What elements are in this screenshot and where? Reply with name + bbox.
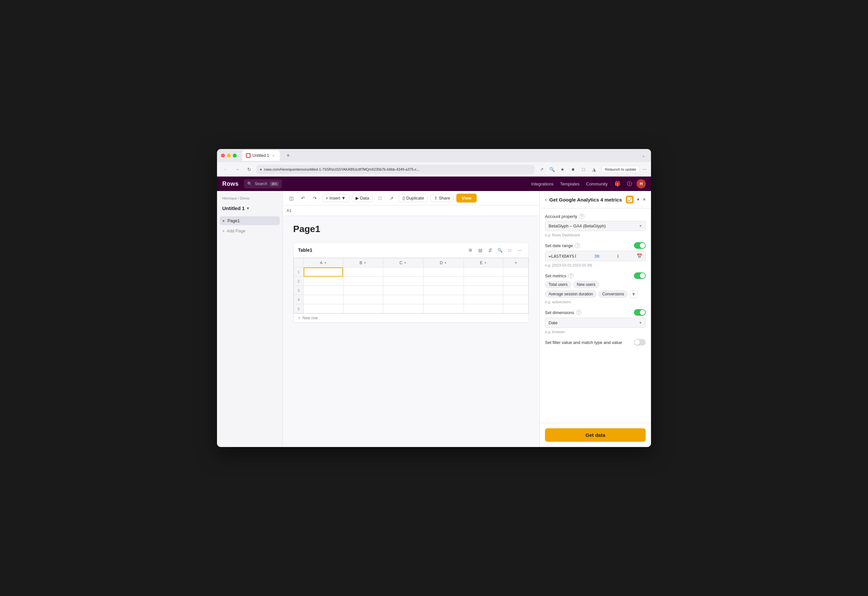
metric-add-button[interactable]: ▼ [630,290,638,298]
cell-b3[interactable] [343,286,383,295]
undo-button[interactable]: ↶ [298,194,308,203]
cell-d5[interactable] [423,304,464,313]
tab-close-button[interactable]: × [271,153,276,158]
user-avatar[interactable]: H [636,179,646,188]
metric-tag-avg-session[interactable]: Average session duration [545,291,596,298]
breadcrumb-user[interactable]: Henrique [222,196,237,200]
table-filter-icon[interactable]: ▤ [476,246,484,254]
comment-icon[interactable]: □ [375,194,384,203]
table-settings-icon[interactable]: ⚙ [466,246,475,254]
browser-tab[interactable]: Untitled 1 × [242,150,280,161]
browser-menu-button[interactable]: ⋯ [642,167,647,172]
gift-icon[interactable]: 🎁 [613,179,622,188]
minimize-traffic-light[interactable] [227,153,231,158]
breadcrumb-workspace[interactable]: Demo [240,196,249,200]
filter-toggle[interactable] [634,339,646,345]
cell-c1[interactable] [383,267,423,277]
cell-c4[interactable] [383,295,423,304]
panel-close-button[interactable]: × [643,196,646,202]
cell-e1[interactable] [464,267,503,277]
cell-e5[interactable] [464,304,503,313]
bookmark-icon[interactable]: ★ [558,165,567,174]
dimensions-help-icon[interactable]: ? [576,310,582,315]
sidebar-item-page1[interactable]: ► Page1 [220,216,280,225]
help-icon[interactable]: ⓘ [625,179,634,188]
cell-f1[interactable] [503,267,528,277]
zoom-icon[interactable]: 🔍 [548,165,557,174]
date-range-toggle[interactable] [634,242,646,249]
relaunch-button[interactable]: Relaunch to update [601,166,640,173]
cell-f4[interactable] [503,295,528,304]
table-sort-icon[interactable]: ⇵ [486,246,495,254]
address-field[interactable]: ● rows.com/Henrique/demo/untitled-1-7SSR… [256,165,534,174]
dimensions-toggle[interactable] [634,309,646,316]
col-header-a[interactable]: A▼ [304,258,343,267]
close-traffic-light[interactable] [221,153,225,158]
metrics-help-icon[interactable]: ? [568,273,574,278]
table-comment-icon[interactable]: □ [506,246,514,254]
metric-tag-conversions[interactable]: Conversions [598,291,628,298]
get-data-button[interactable]: Get data [545,428,646,442]
github-icon[interactable]: ◮ [590,165,599,174]
cell-b5[interactable] [343,304,383,313]
col-header-c[interactable]: C▼ [383,258,423,267]
extension-icon-2[interactable]: □ [579,165,588,174]
chart-icon[interactable]: ↗ [387,194,396,203]
cell-b2[interactable] [343,277,383,286]
col-header-e[interactable]: E▼ [464,258,503,267]
cell-d1[interactable] [423,267,464,277]
search-bar[interactable]: 🔍 Search ⌘K [244,179,282,188]
cell-b1[interactable] [343,267,383,277]
open-external-icon[interactable]: ↗ [537,165,546,174]
cell-a3[interactable] [304,286,343,295]
cell-f5[interactable] [503,304,528,313]
panel-back-button[interactable]: ‹ [545,196,546,202]
table-search-icon[interactable]: 🔍 [496,246,504,254]
redo-button[interactable]: ↷ [310,194,319,203]
fullscreen-traffic-light[interactable] [233,153,237,158]
date-range-help-icon[interactable]: ? [575,243,580,248]
cell-e2[interactable] [464,277,503,286]
cell-a1[interactable] [304,267,343,277]
nav-integrations[interactable]: Integrations [531,181,554,186]
extension-icon-1[interactable]: ■ [568,165,578,174]
cell-f2[interactable] [503,277,528,286]
cell-c2[interactable] [383,277,423,286]
insert-button[interactable]: + Insert ▼ [322,194,349,202]
cell-b4[interactable] [343,295,383,304]
cell-a4[interactable] [304,295,343,304]
reload-button[interactable]: ↻ [245,165,254,174]
new-tab-button[interactable]: + [283,151,293,160]
nav-community[interactable]: Community [586,181,608,186]
back-button[interactable]: ← [221,165,230,174]
date-range-input[interactable]: =LASTXDAYS(30) 📅 [545,251,646,261]
doc-title[interactable]: Untitled 1 ▼ [220,204,280,212]
cell-a2[interactable] [304,277,343,286]
table-more-icon[interactable]: ⋯ [515,246,524,254]
layout-icon[interactable]: ◫ [286,194,296,203]
calendar-icon[interactable]: 📅 [636,253,642,259]
view-button[interactable]: View [456,194,476,202]
forward-button[interactable]: → [233,165,242,174]
cell-e4[interactable] [464,295,503,304]
add-row-button[interactable]: + New row [294,313,528,322]
share-button[interactable]: ⇧ Share [430,194,454,202]
cell-d2[interactable] [423,277,464,286]
cell-c5[interactable] [383,304,423,313]
cell-d4[interactable] [423,295,464,304]
cell-d3[interactable] [423,286,464,295]
cell-f3[interactable] [503,286,528,295]
cell-a5[interactable] [304,304,343,313]
cell-c3[interactable] [383,286,423,295]
add-page-button[interactable]: + Add Page [220,226,280,235]
col-header-b[interactable]: B▼ [343,258,383,267]
metric-tag-new-users[interactable]: New users [573,281,599,288]
cell-e3[interactable] [464,286,503,295]
nav-templates[interactable]: Templates [560,181,579,186]
col-header-d[interactable]: D▼ [423,258,464,267]
duplicate-button[interactable]: ▯ Duplicate [399,194,427,202]
window-controls-chevron[interactable]: ⌄ [640,152,647,159]
metric-tag-total-users[interactable]: Total users [545,281,571,288]
metrics-toggle[interactable] [634,272,646,279]
account-property-help-icon[interactable]: ? [579,214,585,219]
